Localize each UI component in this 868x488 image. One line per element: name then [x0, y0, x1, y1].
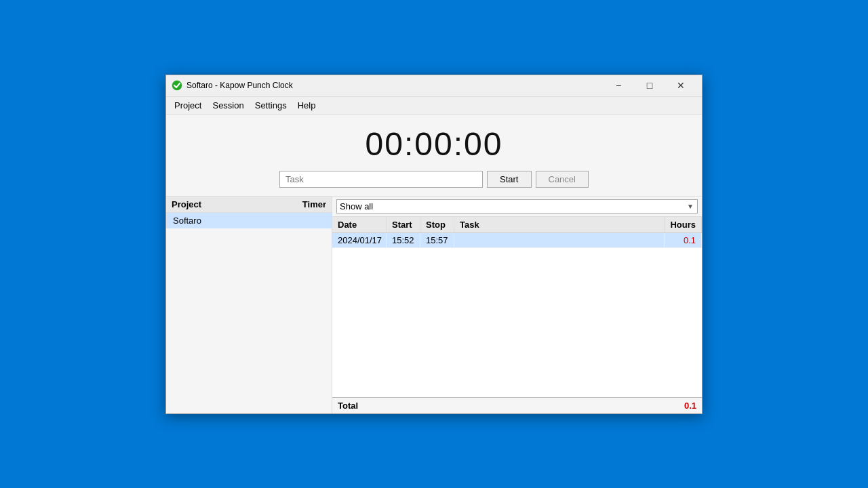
- start-button[interactable]: Start: [487, 171, 531, 188]
- main-content: Project Timer Softaro Show all Today Thi…: [166, 197, 702, 413]
- timer-section: 00:00:00 Start Cancel: [166, 115, 702, 197]
- filter-wrapper: Show all Today This week This month: [336, 199, 698, 214]
- start-col-header: Start: [387, 217, 420, 232]
- row-task: [454, 233, 665, 247]
- menu-session[interactable]: Session: [207, 98, 249, 113]
- cancel-button[interactable]: Cancel: [536, 171, 589, 188]
- timer-col-header: Timer: [294, 197, 332, 212]
- list-item[interactable]: Softaro: [166, 213, 332, 228]
- row-hours: 0.1: [665, 233, 702, 247]
- task-input[interactable]: [279, 171, 483, 188]
- project-panel-header: Project Timer: [166, 197, 332, 213]
- total-value: 0.1: [665, 398, 702, 413]
- filter-bar: Show all Today This week This month: [332, 197, 702, 217]
- window-title: Softaro - Kapow Punch Clock: [186, 81, 603, 90]
- window-controls: − □ ✕: [603, 75, 696, 96]
- filter-select[interactable]: Show all Today This week This month: [336, 199, 698, 214]
- stop-col-header: Stop: [420, 217, 454, 232]
- maximize-button[interactable]: □: [634, 75, 665, 96]
- row-date: 2024/01/17: [332, 233, 387, 247]
- project-col-header: Project: [166, 197, 294, 212]
- table-body: 2024/01/17 15:52 15:57 0.1: [332, 233, 702, 397]
- total-label: Total: [332, 398, 665, 413]
- menu-bar: Project Session Settings Help: [166, 97, 702, 115]
- row-start: 15:52: [387, 233, 420, 247]
- timer-controls: Start Cancel: [279, 171, 589, 188]
- menu-project[interactable]: Project: [169, 98, 207, 113]
- table-row[interactable]: 2024/01/17 15:52 15:57 0.1: [332, 233, 702, 248]
- app-icon: [172, 80, 182, 91]
- total-row: Total 0.1: [332, 397, 702, 413]
- date-col-header: Date: [332, 217, 387, 232]
- menu-settings[interactable]: Settings: [250, 98, 292, 113]
- minimize-button[interactable]: −: [603, 75, 634, 96]
- project-panel: Project Timer Softaro: [166, 197, 332, 413]
- title-bar: Softaro - Kapow Punch Clock − □ ✕: [166, 75, 702, 97]
- table-header: Date Start Stop Task Hours: [332, 217, 702, 233]
- close-button[interactable]: ✕: [665, 75, 696, 96]
- project-list: Softaro: [166, 213, 332, 413]
- timer-display: 00:00:00: [366, 125, 503, 163]
- row-stop: 15:57: [420, 233, 454, 247]
- task-col-header: Task: [454, 217, 665, 232]
- hours-col-header: Hours: [665, 217, 702, 232]
- main-window: Softaro - Kapow Punch Clock − □ ✕ Projec…: [165, 75, 703, 414]
- menu-help[interactable]: Help: [292, 98, 321, 113]
- sessions-panel: Show all Today This week This month Date…: [332, 197, 702, 413]
